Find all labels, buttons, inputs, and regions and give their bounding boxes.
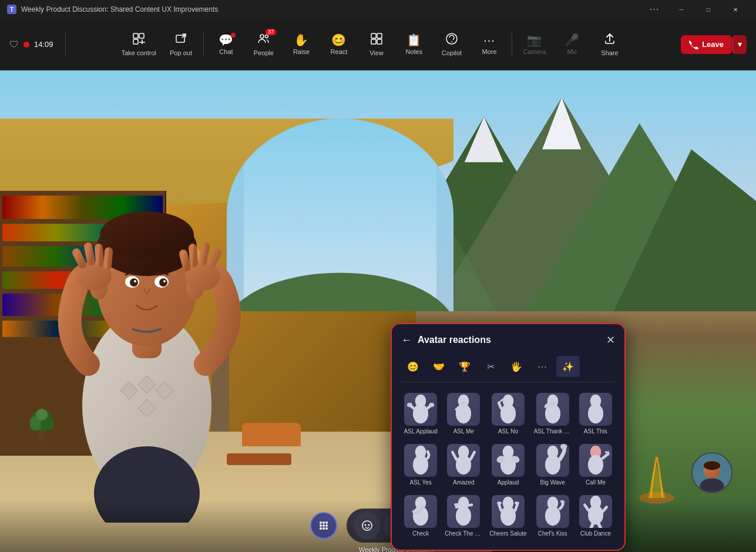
reaction-item-label: Club Dance: [580, 530, 611, 537]
chat-label: Chat: [219, 48, 233, 55]
people-label: People: [254, 49, 274, 56]
svg-rect-6: [371, 33, 376, 38]
tab-scissors[interactable]: ✂: [479, 356, 502, 377]
tab-hand[interactable]: 🖐: [505, 356, 528, 377]
svg-point-32: [100, 211, 194, 258]
time-display: 14:09: [34, 40, 53, 49]
tab-dots[interactable]: ⋯: [530, 356, 554, 377]
svg-point-89: [588, 455, 603, 475]
leave-button[interactable]: Leave: [681, 35, 732, 54]
mic-button[interactable]: 🎤 Mic: [555, 31, 590, 59]
svg-point-117: [322, 527, 325, 530]
camera-button[interactable]: 📷 Camera: [517, 31, 552, 59]
more-label: More: [482, 48, 496, 55]
close-button[interactable]: ✕: [722, 0, 749, 19]
reaction-item[interactable]: Big Wave: [532, 440, 574, 489]
tab-sparkle[interactable]: ✨: [556, 356, 580, 377]
window-title: Weekly Product Discussion: Shared Conten…: [21, 5, 218, 14]
reaction-item[interactable]: Check: [401, 492, 440, 540]
svg-point-35: [130, 278, 138, 287]
shield-icon: 🛡: [9, 39, 19, 50]
react-button[interactable]: 😊 React: [321, 31, 357, 59]
reaction-item[interactable]: ASL Applaud: [401, 389, 440, 438]
leave-arrow-button[interactable]: ▾: [733, 35, 747, 54]
svg-point-112: [325, 521, 328, 524]
reaction-item-label: Check: [412, 530, 429, 537]
reaction-item[interactable]: Call Me: [576, 440, 615, 489]
reaction-item[interactable]: ASL This: [576, 389, 615, 438]
svg-point-121: [368, 524, 369, 526]
reaction-avatar: [536, 495, 569, 528]
camera-icon: 📷: [527, 34, 542, 46]
people-button[interactable]: 37 People: [246, 29, 281, 60]
reaction-item[interactable]: ASL Me: [442, 389, 485, 438]
svg-line-90: [603, 454, 608, 458]
grid-menu-button[interactable]: [310, 512, 337, 539]
svg-point-116: [320, 527, 322, 530]
svg-rect-2: [133, 39, 138, 44]
react-icon: 😊: [331, 34, 346, 46]
reaction-item[interactable]: Cheers Salute: [487, 492, 529, 540]
avatar-thumbnail[interactable]: [691, 452, 733, 493]
pop-out-button[interactable]: Pop out: [163, 29, 199, 60]
svg-rect-101: [515, 501, 519, 504]
copilot-button[interactable]: Copilot: [434, 29, 469, 60]
svg-point-105: [588, 505, 603, 525]
svg-point-115: [325, 524, 328, 527]
raise-icon: ✋: [294, 34, 308, 46]
tab-trophy[interactable]: 🏆: [453, 356, 476, 377]
avatar-reactions-toggle[interactable]: [354, 512, 381, 539]
reaction-item[interactable]: ASL Thank You: [532, 389, 574, 438]
svg-point-67: [500, 404, 516, 424]
svg-point-4: [260, 35, 264, 38]
panel-close-button[interactable]: ✕: [606, 334, 615, 346]
camera-label: Camera: [523, 48, 546, 55]
reaction-item[interactable]: Check The Horizon: [442, 492, 485, 540]
reaction-avatar: [404, 444, 437, 477]
panel-title: Avatar reactions: [418, 335, 491, 345]
minimize-button[interactable]: ─: [668, 0, 695, 19]
take-control-button[interactable]: Take control: [117, 29, 161, 60]
svg-point-36: [159, 278, 167, 287]
view-button[interactable]: View: [359, 29, 394, 60]
reaction-item-label: ASL This: [584, 428, 607, 435]
maximize-button[interactable]: □: [695, 0, 722, 19]
view-label: View: [369, 49, 384, 56]
raise-button[interactable]: ✋ Raise: [284, 31, 319, 59]
reaction-item-label: Call Me: [586, 479, 606, 486]
reaction-item-label: Amazed: [453, 479, 475, 486]
svg-point-60: [407, 403, 412, 407]
reaction-item[interactable]: ASL No: [487, 389, 529, 438]
reaction-avatar: [579, 444, 612, 477]
tab-emoji[interactable]: 😊: [401, 356, 425, 377]
people-icon: 37: [257, 32, 270, 47]
svg-rect-95: [454, 503, 459, 506]
share-icon: [603, 32, 616, 47]
svg-point-86: [545, 455, 560, 475]
chat-button[interactable]: 💬 Chat: [209, 31, 244, 59]
reaction-avatar: [447, 495, 480, 528]
tab-gesture[interactable]: 🤝: [427, 356, 451, 377]
panel-header: ← Avatar reactions ✕: [401, 334, 615, 346]
reaction-item[interactable]: Club Dance: [576, 492, 615, 540]
svg-line-49: [193, 248, 194, 263]
main-content: ← Avatar reactions ✕ 😊 🤝 🏆 ✂ 🖐 ⋯ ✨ ASL A…: [0, 70, 756, 552]
panel-back-button[interactable]: ←: [401, 334, 412, 346]
svg-point-70: [545, 404, 560, 424]
toolbar-right: Leave ▾: [681, 35, 747, 54]
reaction-item[interactable]: Amazed: [442, 440, 485, 489]
more-options-button[interactable]: ···: [641, 0, 668, 19]
reaction-item[interactable]: ASL Yes: [401, 440, 440, 489]
reaction-item[interactable]: Applaud: [487, 440, 529, 489]
take-control-icon: [132, 32, 145, 47]
reaction-item[interactable]: Chef's Kiss: [532, 492, 574, 540]
reaction-avatar: [404, 495, 437, 528]
svg-point-78: [456, 455, 471, 475]
svg-line-68: [499, 403, 501, 408]
notes-button[interactable]: 📋 Notes: [397, 31, 432, 59]
toolbar-left: 🛡 14:09: [9, 39, 53, 50]
share-button[interactable]: Share: [592, 29, 627, 60]
svg-point-111: [322, 521, 325, 524]
more-button[interactable]: ··· More: [472, 31, 507, 59]
reaction-avatar: [492, 393, 525, 426]
